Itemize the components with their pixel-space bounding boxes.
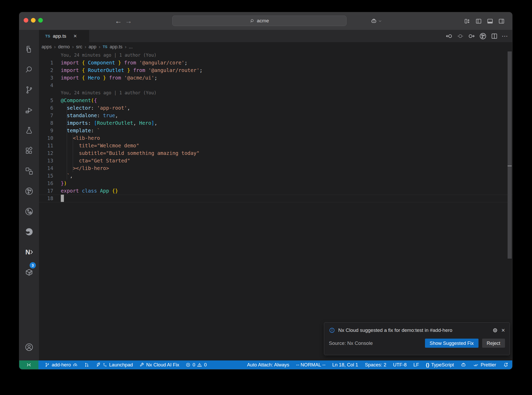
breadcrumb-item[interactable]: demo xyxy=(58,44,70,50)
show-suggested-fix-button[interactable]: Show Suggested Fix xyxy=(425,339,478,348)
code-line[interactable]: 18 xyxy=(39,195,512,202)
close-window-button[interactable] xyxy=(24,18,28,23)
code-line[interactable]: 6 selector: 'app-root', xyxy=(39,104,512,112)
toggle-panel-icon[interactable] xyxy=(487,18,494,25)
container-icon[interactable] xyxy=(19,265,39,280)
line-number[interactable]: 14 xyxy=(39,164,53,172)
tab-close-icon[interactable]: × xyxy=(74,33,77,40)
account-icon[interactable] xyxy=(19,340,39,354)
code-line[interactable]: 16}) xyxy=(39,180,512,187)
minimize-window-button[interactable] xyxy=(31,18,36,23)
search-sidebar-icon[interactable] xyxy=(19,62,39,77)
command-center-search[interactable]: acme xyxy=(172,16,347,26)
line-number[interactable]: 13 xyxy=(39,157,53,164)
git-blame-text: You, 24 minutes ago | 1 author (You) xyxy=(53,89,156,97)
nx-console-icon[interactable]: N xyxy=(19,245,39,259)
breadcrumb-overflow[interactable]: ... xyxy=(129,44,133,50)
status-compare[interactable] xyxy=(84,362,89,367)
more-actions-icon[interactable]: ⋯ xyxy=(502,32,508,40)
status-notifications[interactable] xyxy=(503,362,509,368)
line-number[interactable]: 7 xyxy=(39,112,53,119)
line-number[interactable]: 6 xyxy=(39,104,53,112)
code-line[interactable]: 3import { Hero } from '@acme/ui'; xyxy=(39,74,512,82)
code-line[interactable]: 10 <lib-hero xyxy=(39,134,512,142)
testing-icon[interactable] xyxy=(19,123,39,138)
code-line[interactable]: 13 cta="Get Started" xyxy=(39,157,512,164)
nx-graph-action-icon[interactable] xyxy=(479,32,487,40)
code-line[interactable]: 5@Component({ xyxy=(39,97,512,104)
toggle-primary-sidebar-icon[interactable] xyxy=(475,18,482,25)
code-line[interactable]: 2import { RouterOutlet } from '@angular/… xyxy=(39,67,512,74)
copilot-menu-button[interactable] xyxy=(370,12,382,30)
reject-button[interactable]: Reject xyxy=(482,339,505,348)
line-number[interactable]: 1 xyxy=(39,59,53,67)
source-control-icon[interactable] xyxy=(19,83,39,97)
split-editor-icon[interactable] xyxy=(490,32,498,40)
line-number[interactable]: 3 xyxy=(39,74,53,82)
breadcrumb-file[interactable]: app.ts xyxy=(110,44,122,50)
line-number[interactable]: 9 xyxy=(39,127,53,134)
nx-graph-icon[interactable] xyxy=(19,184,39,199)
line-number[interactable]: 18 xyxy=(39,195,53,202)
hierarchy-icon[interactable] xyxy=(19,164,39,178)
notification-settings-gear-icon[interactable] xyxy=(492,327,498,333)
customize-layout-icon[interactable] xyxy=(464,18,471,25)
explorer-icon[interactable] xyxy=(19,42,39,57)
code-line[interactable]: 7 standalone: true, xyxy=(39,112,512,119)
navigate-forward-icon[interactable]: → xyxy=(125,17,132,25)
status-nx-cloud-fix[interactable]: Nx Cloud AI Fix xyxy=(139,362,179,368)
line-number[interactable]: 10 xyxy=(39,134,53,142)
status-copilot[interactable] xyxy=(461,362,466,368)
navigate-back-icon[interactable]: ← xyxy=(115,17,122,25)
status-encoding[interactable]: UTF-8 xyxy=(393,362,407,368)
status-cursor-position[interactable]: Ln 18, Col 1 xyxy=(332,362,358,368)
breadcrumb-item[interactable]: app xyxy=(89,44,96,50)
line-number[interactable]: 4 xyxy=(39,82,53,89)
nav-forward-circle-icon[interactable] xyxy=(468,32,475,40)
code-line[interactable]: 4 xyxy=(39,82,512,89)
code-line[interactable]: 14 ></lib-hero> xyxy=(39,164,512,172)
code-line[interactable]: 11 title="Welcmoe demo" xyxy=(39,142,512,149)
edge-browser-icon[interactable] xyxy=(19,225,39,239)
line-number[interactable]: 17 xyxy=(39,187,53,195)
code-editor[interactable]: You, 24 minutes ago | 1 author (You)1imp… xyxy=(39,51,512,360)
status-language[interactable]: {} TypeScript xyxy=(426,362,454,368)
line-number[interactable]: 2 xyxy=(39,67,53,74)
code-line[interactable]: 12 subtitle="Build something amazing tod… xyxy=(39,149,512,157)
code-line[interactable]: 9 template: ` xyxy=(39,127,512,134)
editor-scrollbar[interactable] xyxy=(507,51,512,360)
line-number[interactable]: 16 xyxy=(39,180,53,187)
breadcrumb-item[interactable]: apps xyxy=(42,44,52,50)
status-launchpad[interactable]: Launchpad xyxy=(96,362,133,368)
maximize-window-button[interactable] xyxy=(38,18,43,23)
code-line[interactable]: 15 `, xyxy=(39,172,512,180)
status-vim-mode[interactable]: -- NORMAL -- xyxy=(296,362,325,368)
nx-graph-search-icon[interactable] xyxy=(19,204,39,219)
code-line[interactable]: 17export class App {} xyxy=(39,187,512,195)
status-eol[interactable]: LF xyxy=(413,362,419,368)
tab-app-ts[interactable]: TS app.ts × xyxy=(39,30,89,42)
notification-close-icon[interactable]: × xyxy=(501,327,505,334)
code-line[interactable]: 8 imports: [RouterOutlet, Hero], xyxy=(39,119,512,127)
nav-back-circle-icon[interactable] xyxy=(445,32,453,40)
line-number[interactable]: 12 xyxy=(39,149,53,157)
run-debug-icon[interactable] xyxy=(19,103,39,117)
line-number[interactable]: 5 xyxy=(39,97,53,104)
status-indentation[interactable]: Spaces: 2 xyxy=(365,362,386,368)
line-number[interactable]: 8 xyxy=(39,119,53,127)
status-branch[interactable]: add-hero xyxy=(45,362,78,368)
toggle-secondary-sidebar-icon[interactable] xyxy=(498,18,505,25)
status-formatter[interactable]: Prettier xyxy=(473,362,496,368)
status-auto-attach[interactable]: Auto Attach: Always xyxy=(247,362,289,368)
remote-indicator[interactable] xyxy=(19,360,38,369)
breadcrumb-item[interactable]: src xyxy=(76,44,82,50)
status-problems[interactable]: 0 0 xyxy=(185,362,207,368)
code-line[interactable]: 1import { Component } from '@angular/cor… xyxy=(39,59,512,67)
line-number[interactable]: 11 xyxy=(39,142,53,149)
extensions-icon[interactable] xyxy=(19,143,39,158)
editor-cursor xyxy=(61,195,64,202)
line-number[interactable]: 15 xyxy=(39,172,53,180)
scrollbar-thumb[interactable] xyxy=(508,51,512,259)
nav-current-circle-icon[interactable] xyxy=(456,32,464,40)
notification-source: Source: Nx Console xyxy=(329,340,425,346)
